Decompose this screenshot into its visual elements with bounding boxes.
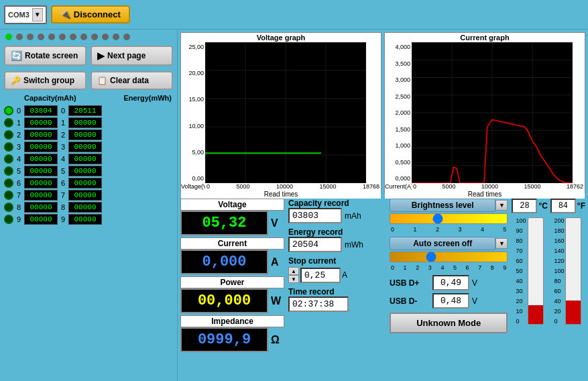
table-row: 6 00000 6 00000 <box>4 178 173 188</box>
cap-cell-2: 00000 <box>24 129 58 140</box>
dot-9 <box>102 34 109 40</box>
row-dot-2 <box>4 130 13 140</box>
cap-cell-0: 03804 <box>24 105 58 116</box>
usb-d-plus-label: USB D+ <box>390 278 430 288</box>
cap-cell-1: 00000 <box>24 117 58 128</box>
usb-d-plus-input[interactable] <box>432 275 469 290</box>
time-record-section: Time record <box>288 287 386 312</box>
voltage-meter-display: 05,32 V <box>180 211 284 235</box>
fahrenheit-label: °F <box>577 201 585 211</box>
voltage-unit: V <box>271 217 284 229</box>
voltage-chart-title: Voltage graph <box>181 33 381 42</box>
stop-current-down[interactable]: ▼ <box>288 275 299 283</box>
cap-cell-3: 00000 <box>24 142 58 152</box>
energy-cell-5: 00000 <box>68 166 102 176</box>
energy-cell-9: 00000 <box>68 214 102 225</box>
nav-buttons: 🔄 Rotate screen ▶ Next page <box>1 43 176 68</box>
auto-off-slider[interactable] <box>390 252 508 262</box>
dot-5 <box>59 34 66 40</box>
row-dot-1 <box>4 118 13 127</box>
stop-current-input[interactable] <box>300 268 341 283</box>
energy-record-input[interactable] <box>288 237 342 252</box>
stop-current-stepper[interactable]: ▲ ▼ <box>288 267 299 283</box>
rotate-button[interactable]: 🔄 Rotate screen <box>4 46 86 66</box>
next-page-button[interactable]: ▶ Next page <box>91 46 173 66</box>
brightness-scale: 0 1 2 3 4 5 <box>390 226 508 233</box>
dot-10 <box>113 34 119 40</box>
power-meter: Power 00,000 W <box>180 276 284 313</box>
usb-d-minus-input[interactable] <box>432 293 469 309</box>
brightness-slider[interactable] <box>390 213 508 224</box>
row-dot-4 <box>4 154 13 164</box>
current-value: 0,000 <box>180 250 268 274</box>
switch-icon: 🔑 <box>11 76 21 85</box>
port-arrow-btn[interactable]: ▼ <box>32 8 43 21</box>
cap-cell-7: 00000 <box>24 190 58 201</box>
time-record-input[interactable] <box>288 296 349 312</box>
disconnect-icon: 🔌 <box>60 9 71 19</box>
clear-icon: 📋 <box>97 76 107 85</box>
current-y-axis: 4,000 3,500 3,000 2,500 2,000 1,500 1,00… <box>385 42 412 183</box>
unknown-mode-button[interactable]: Unknown Mode <box>390 313 508 333</box>
group-buttons: 🔑 Switch group 📋 Clear data <box>1 68 176 93</box>
records-column: Capacity record mAh Energy record mWh <box>288 199 386 378</box>
dot-0 <box>5 34 12 40</box>
fahrenheit-temp-input[interactable] <box>550 199 576 213</box>
time-record-label: Time record <box>288 287 386 296</box>
port-selector[interactable]: COM3 ▼ <box>4 5 47 24</box>
impedance-meter-display: 0999,9 Ω <box>180 327 284 352</box>
clear-data-button[interactable]: 📋 Clear data <box>91 71 173 90</box>
auto-off-dropdown[interactable]: ▼ <box>495 238 508 249</box>
current-meter: Current 0,000 A <box>180 237 284 274</box>
usb-d-minus-row: USB D- V <box>390 293 508 309</box>
brightness-dropdown[interactable]: ▼ <box>495 200 508 211</box>
stop-current-up[interactable]: ▲ <box>288 267 299 275</box>
row-dot-5 <box>4 166 13 176</box>
right-panel: Voltage graph 25,00 20,00 15,00 10,00 5,… <box>178 30 588 381</box>
current-meter-display: 0,000 A <box>180 250 284 274</box>
energy-cell-0: 20511 <box>68 105 102 116</box>
port-label: COM3 <box>8 11 30 19</box>
power-meter-label: Power <box>180 276 284 288</box>
brightness-label: Brightness level <box>390 199 495 212</box>
celsius-temp-input[interactable] <box>512 199 537 213</box>
cap-cell-8: 00000 <box>24 202 58 213</box>
dot-8 <box>91 34 98 40</box>
table-row: 4 00000 4 00000 <box>4 154 173 164</box>
impedance-meter: Impedance 0999,9 Ω <box>180 315 284 352</box>
row-dot-8 <box>4 203 13 212</box>
usb-d-plus-row: USB D+ V <box>390 275 508 290</box>
table-row: 0 03804 0 20511 <box>4 105 173 116</box>
power-unit: W <box>271 295 284 307</box>
voltage-meter: Voltage 05,32 V <box>180 199 284 235</box>
fahrenheit-bar <box>565 217 581 325</box>
fahrenheit-scale: 200 180 160 140 120 100 80 60 40 20 <box>554 217 564 325</box>
dot-11 <box>123 34 130 40</box>
header-bar: COM3 ▼ 🔌 Disconnect <box>0 0 588 30</box>
voltage-y-axis: 25,00 20,00 15,00 10,00 5,00 0,00 <box>181 42 205 183</box>
usb-section: USB D+ V USB D- V <box>390 275 508 309</box>
row-dot-3 <box>4 142 13 152</box>
row-dot-0 <box>4 106 13 115</box>
energy-cell-7: 00000 <box>68 190 102 201</box>
current-chart-title: Current graph <box>385 33 585 42</box>
cap-cell-9: 00000 <box>24 214 58 225</box>
power-value: 00,000 <box>180 288 268 313</box>
row-dot-9 <box>4 215 13 224</box>
capacity-record-section: Capacity record mAh <box>288 199 386 223</box>
voltage-canvas-area <box>205 42 381 183</box>
table-row: 5 00000 5 00000 <box>4 166 173 176</box>
switch-group-button[interactable]: 🔑 Switch group <box>4 71 86 90</box>
dot-2 <box>27 34 34 40</box>
energy-cell-4: 00000 <box>68 154 102 164</box>
table-header: Capacity(mAh) Energy(mWh) <box>1 93 176 103</box>
table-row: 1 00000 1 00000 <box>4 117 173 128</box>
voltage-chart: Voltage graph 25,00 20,00 15,00 10,00 5,… <box>180 32 381 193</box>
energy-cell-2: 00000 <box>68 129 102 140</box>
voltage-meter-label: Voltage <box>180 199 284 211</box>
auto-screen-off-section: Auto screen off ▼ 0 1 2 3 4 5 <box>390 237 508 271</box>
disconnect-button[interactable]: 🔌 Disconnect <box>51 5 130 23</box>
capacity-record-input[interactable] <box>288 208 342 223</box>
right-controls-column: Brightness level ▼ 0 1 2 3 4 5 <box>390 199 585 378</box>
stop-current-label: Stop current <box>288 256 386 266</box>
